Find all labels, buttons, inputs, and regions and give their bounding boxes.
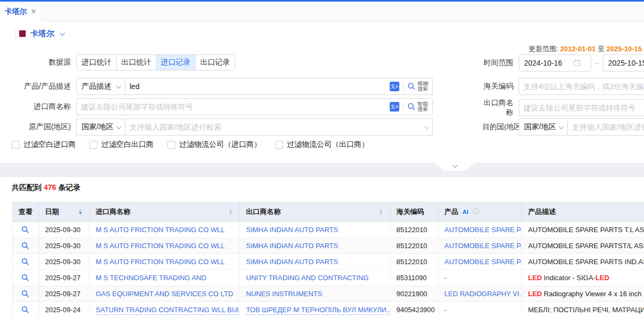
sort-icon-date[interactable]: ▲▼ (74, 209, 83, 215)
sort-icon-importer[interactable]: ▲▼ (224, 209, 233, 215)
cell-hs-code: 85122010 (390, 253, 438, 270)
importer-link[interactable]: M S AUTO FRICTION TRADING CO WLL (96, 258, 225, 266)
col-header-desc: 产品描述 (521, 202, 644, 221)
checkbox-filter-blank-importer[interactable]: 过滤空白进口商 (12, 140, 76, 149)
chevron-down-icon (116, 83, 122, 89)
exporter-link[interactable]: UNITY TRADING AND CONTRACTING (246, 274, 369, 282)
tab-qatar[interactable]: 卡塔尔 ✕ (0, 2, 42, 21)
view-record-button[interactable] (13, 253, 38, 270)
date-start-field[interactable] (519, 54, 591, 72)
translate-icon[interactable]: 文A (390, 102, 399, 112)
table-row: 2025-09-30 M S AUTO FRICTION TRADING CO … (13, 221, 644, 237)
checkbox-icon[interactable] (275, 141, 283, 149)
smart-search-icon[interactable] (407, 102, 416, 111)
product-empty: - (445, 306, 447, 314)
importer-field[interactable]: 文A 智能搜索 (76, 98, 433, 115)
cell-product-desc: LED Radiography Viewer 4 x 16 inch (521, 286, 644, 302)
tab-close-icon[interactable]: ✕ (31, 8, 37, 15)
sort-icon-exporter[interactable]: ▲▼ (375, 209, 383, 215)
hs-code-label: 海关编码 (482, 82, 513, 91)
cell-hs-code: 85122010 (390, 237, 438, 253)
update-range: 更新范围: 2012-01-01 至 2025-10-15 (529, 44, 642, 54)
hs-code-field[interactable] (519, 78, 644, 95)
data-source-label: 数据源 (0, 58, 71, 67)
calendar-icon (573, 59, 581, 67)
importer-link[interactable]: M S AUTO FRICTION TRADING CO WLL (96, 226, 225, 234)
product-link[interactable]: AUTOMOBILE SPARE P... (445, 226, 522, 234)
update-range-label: 更新范围: (529, 45, 559, 53)
importer-link[interactable]: M S TECHNOSAFE TRADING AND (96, 274, 207, 282)
col-header-exporter[interactable]: 出口商名称 ▲▼ (239, 202, 390, 221)
magnifier-icon (21, 226, 29, 234)
collapse-filters-button[interactable] (434, 163, 475, 171)
fuzzy-search-label[interactable]: 模糊搜索 (417, 81, 428, 92)
table-row: 2025-09-24 SATURN TRADING CONTRACTING WL… (13, 302, 644, 317)
destination-country-select[interactable]: 国家/地区 (519, 118, 568, 136)
origin-country-select[interactable]: 国家/地区 (76, 118, 125, 136)
view-record-button[interactable] (13, 221, 38, 237)
checkbox-filter-logistics-exporter[interactable]: 过滤物流公司（出口商） (275, 140, 369, 149)
magnifier-icon (21, 274, 29, 282)
date-separator: – (595, 59, 599, 67)
btn-export-records[interactable]: 出口记录 (195, 55, 235, 70)
product-link[interactable]: AUTOMOBILE SPARE P... (445, 258, 522, 266)
exporter-link[interactable]: ТОВ ШРЕДЕР М ТЕРНОПІЛЬ ВУЛ МИКУЛИ... (246, 306, 390, 315)
destination-label: 目的国(地区) (482, 122, 513, 132)
cell-date: 2025-09-30 (38, 253, 89, 270)
importer-link[interactable]: SATURN TRADING CONTRACTING WLL BUI... (96, 306, 240, 315)
product-search-input[interactable] (130, 82, 390, 91)
update-range-start: 2012-01-01 (560, 45, 596, 53)
date-start-input[interactable] (524, 59, 573, 67)
exporter-input[interactable] (524, 104, 644, 112)
chevron-down-icon[interactable] (60, 30, 65, 36)
product-link[interactable]: AUTOMOBILE SPARE P... (445, 242, 522, 250)
btn-export-stats[interactable]: 出口统计 (116, 55, 156, 70)
info-icon[interactable]: ⓘ (473, 207, 480, 217)
table-row: 2025-09-30 M S AUTO FRICTION TRADING CO … (13, 253, 644, 270)
exporter-field[interactable] (519, 99, 644, 116)
exporter-link[interactable]: NUNES INSTRUMENTS (246, 290, 323, 298)
product-link[interactable]: LED RADIOGRAPHY VI... (445, 290, 522, 298)
country-name[interactable]: 卡塔尔 (30, 29, 54, 39)
product-empty: - (445, 274, 447, 282)
view-record-button[interactable] (13, 286, 38, 302)
cell-hs-code: 85122010 (390, 221, 438, 237)
product-type-select[interactable]: 产品描述 (76, 78, 125, 95)
view-record-button[interactable] (13, 302, 38, 317)
importer-input[interactable] (81, 102, 390, 111)
col-header-importer[interactable]: 进口商名称 ▲▼ (89, 202, 239, 221)
hs-code-input[interactable] (524, 82, 644, 91)
col-header-view: 查看 (13, 202, 38, 221)
view-record-button[interactable] (13, 270, 38, 286)
destination-search-input[interactable] (572, 123, 644, 131)
fuzzy-search-icon[interactable] (407, 82, 416, 91)
checkbox-icon[interactable] (12, 141, 20, 149)
cell-date: 2025-09-30 (38, 237, 89, 253)
checkbox-icon[interactable] (90, 141, 98, 149)
checkbox-filter-logistics-importer[interactable]: 过滤物流公司（进口商） (167, 140, 261, 149)
col-header-date[interactable]: 日期 ▲▼ (38, 202, 89, 221)
checkbox-filter-blank-exporter[interactable]: 过滤空白出口商 (90, 140, 154, 149)
origin-search-field[interactable] (125, 118, 433, 136)
date-end-input[interactable] (608, 59, 644, 67)
chevron-down-icon (116, 124, 122, 129)
importer-link[interactable]: GAS EQUIPMENT AND SERVICES CO LTD (96, 290, 234, 298)
importer-link[interactable]: M S AUTO FRICTION TRADING CO WLL (96, 242, 225, 250)
exporter-link[interactable]: SIMHA INDIAN AUTO PARTS (246, 242, 339, 250)
smart-search-label[interactable]: 智能搜索 (417, 101, 428, 112)
view-record-button[interactable] (13, 237, 38, 253)
exporter-link[interactable]: SIMHA INDIAN AUTO PARTS (246, 258, 339, 266)
filter-panel: 更新范围: 2012-01-01 至 2025-10-15 数据源 进口统计 出… (0, 46, 644, 163)
btn-import-records[interactable]: 进口记录 (156, 55, 195, 70)
checkbox-icon[interactable] (167, 141, 175, 149)
translate-icon[interactable]: 文A (390, 82, 399, 91)
cell-date: 2025-09-27 (38, 286, 89, 302)
date-end-field[interactable] (603, 54, 644, 72)
origin-search-input[interactable] (130, 123, 424, 131)
cell-date: 2025-09-27 (38, 270, 89, 286)
product-search-field[interactable]: 文A 模糊搜索 (125, 78, 433, 95)
destination-search-field[interactable] (567, 118, 644, 136)
btn-import-stats[interactable]: 进口统计 (77, 55, 116, 70)
exporter-link[interactable]: SIMHA INDIAN AUTO PARTS (246, 226, 339, 234)
cell-date: 2025-09-24 (38, 302, 89, 317)
